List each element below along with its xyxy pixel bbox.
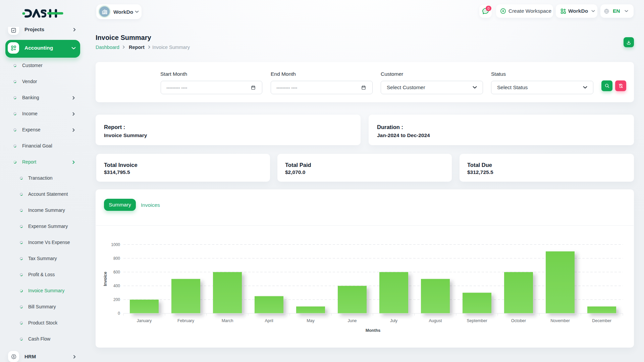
svg-text:April: April	[265, 318, 273, 323]
svg-text:Invoice: Invoice	[103, 272, 108, 286]
svg-text:400: 400	[113, 284, 120, 288]
svg-text:October: October	[511, 318, 526, 323]
svg-text:800: 800	[113, 256, 120, 261]
svg-text:June: June	[347, 318, 357, 323]
svg-text:Months: Months	[366, 328, 380, 333]
svg-text:July: July	[390, 318, 398, 323]
svg-text:September: September	[467, 318, 487, 323]
svg-text:January: January	[137, 318, 152, 323]
svg-text:March: March	[222, 318, 233, 323]
svg-text:December: December	[592, 318, 611, 323]
svg-text:0: 0	[118, 311, 120, 316]
svg-text:1000: 1000	[111, 242, 120, 247]
svg-text:600: 600	[113, 270, 120, 275]
svg-text:200: 200	[113, 297, 120, 302]
svg-text:May: May	[307, 318, 315, 323]
svg-text:November: November	[550, 318, 570, 323]
svg-text:February: February	[177, 318, 195, 323]
svg-text:August: August	[429, 318, 442, 323]
